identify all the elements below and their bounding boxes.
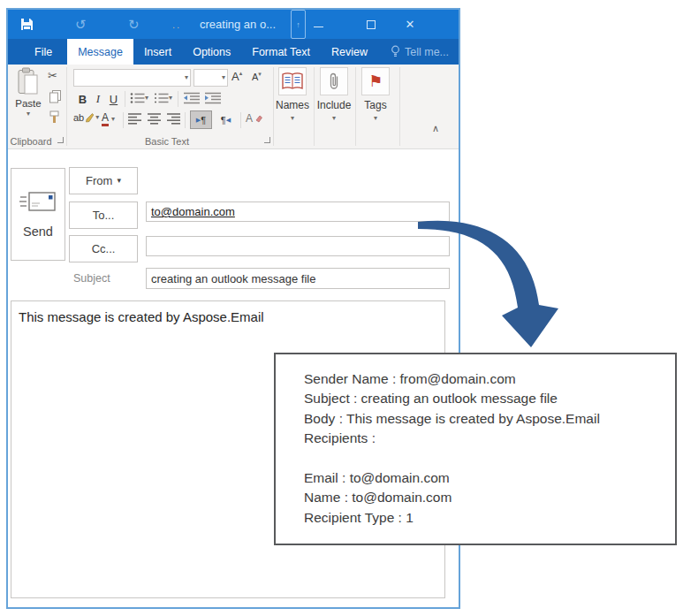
ribbon-tabs: File Message Insert Options Format Text … — [8, 39, 459, 65]
undo-icon[interactable]: ↺ — [75, 10, 87, 39]
tags-button[interactable]: ⚑ Tags ▾ — [356, 67, 395, 122]
subject-input[interactable]: creating an outlook message file — [146, 268, 450, 289]
group-separator — [399, 67, 400, 146]
redo-icon[interactable]: ↻ — [128, 10, 140, 39]
mini-separator — [123, 112, 124, 128]
callout-blank-line — [304, 449, 668, 468]
names-dropdown-icon: ▾ — [291, 115, 294, 122]
tab-file[interactable]: File — [19, 39, 67, 65]
decrease-indent-button[interactable] — [183, 92, 201, 104]
align-center-icon — [148, 113, 162, 125]
paste-button[interactable]: Paste ▾ — [10, 67, 47, 118]
cc-button[interactable]: Cc... — [69, 235, 138, 262]
from-dropdown-icon: ▾ — [117, 177, 121, 185]
callout-name-line: Name : to@domain.com — [304, 488, 668, 507]
highlight-button[interactable]: ab ▾ — [73, 112, 99, 123]
shrink-font-button[interactable]: A▾ — [252, 72, 262, 82]
numbering-button[interactable]: ▾ — [154, 92, 172, 104]
paste-dropdown-icon: ▾ — [27, 110, 30, 118]
include-dropdown-icon: ▾ — [332, 115, 336, 122]
align-left-button[interactable] — [128, 113, 142, 125]
tab-options[interactable]: Options — [182, 39, 241, 65]
include-button[interactable]: Include ▾ — [313, 67, 355, 122]
cc-label: Cc... — [92, 242, 116, 255]
titlebar: ↺ ↻ .. creating an o... ↑ ✕ — [8, 10, 459, 39]
clear-formatting-button[interactable]: A — [246, 112, 262, 125]
chevron-down-icon: ▾ — [95, 114, 99, 121]
font-name-combobox[interactable]: ▾ — [73, 69, 191, 87]
send-button[interactable]: Send — [11, 168, 65, 261]
message-properties-callout: Sender Name : from@domain.com Subject : … — [274, 353, 677, 545]
tell-me-box[interactable]: Tell me... — [380, 39, 459, 65]
tell-me-label: Tell me... — [405, 46, 449, 58]
tags-label: Tags — [364, 99, 386, 111]
chevron-down-icon: ▾ — [169, 95, 172, 102]
callout-recipients-line: Recipients : — [304, 429, 668, 448]
clipboard-dialog-launcher-icon[interactable] — [57, 137, 64, 143]
minimize-button[interactable] — [305, 10, 331, 39]
maximize-icon — [367, 20, 376, 29]
to-recipient[interactable]: to@domain.com — [151, 205, 235, 218]
collapse-ribbon-icon[interactable]: ∧ — [432, 123, 439, 134]
grow-font-label: A — [231, 70, 239, 83]
up-caret-icon: ▴ — [239, 70, 243, 76]
tab-format-text[interactable]: Format Text — [241, 39, 321, 65]
rtl-arrow-icon: ◀ — [226, 117, 231, 124]
chevron-down-icon: ▾ — [111, 116, 115, 123]
callout-recipient-type-line: Recipient Type : 1 — [304, 508, 668, 528]
decrease-indent-icon — [183, 92, 201, 104]
down-caret-icon: ▾ — [258, 71, 262, 77]
tags-dropdown-icon: ▾ — [374, 115, 377, 122]
bold-button[interactable]: B — [75, 90, 90, 108]
mini-separator — [240, 112, 241, 128]
quick-access-overflow-icon[interactable]: .. — [172, 10, 181, 39]
subject-value: creating an outlook message file — [151, 272, 315, 285]
basic-text-group-label: Basic Text — [73, 136, 261, 147]
maximize-button[interactable] — [358, 10, 384, 39]
names-label: Names — [276, 99, 309, 111]
message-body-text: This message is created by Aspose.Email — [19, 309, 264, 324]
mini-separator — [178, 91, 178, 107]
font-color-label: A — [102, 112, 109, 126]
highlight-label: ab — [73, 112, 84, 123]
paste-label: Paste — [15, 98, 41, 109]
clipboard-icon — [18, 67, 39, 95]
clipboard-group-label: Clipboard — [8, 136, 54, 147]
callout-email-line: Email : to@domain.com — [304, 468, 668, 488]
font-color-button[interactable]: A ▾ — [102, 112, 115, 126]
underline-button[interactable]: U — [106, 90, 121, 108]
increase-indent-button[interactable] — [204, 92, 222, 104]
tab-message[interactable]: Message — [67, 39, 133, 65]
chevron-down-icon: ▾ — [222, 74, 225, 81]
align-right-icon — [167, 113, 181, 125]
names-button[interactable]: Names ▾ — [271, 67, 314, 122]
from-button[interactable]: From ▾ — [69, 167, 138, 194]
lightbulb-icon — [391, 45, 400, 58]
increase-indent-icon — [204, 92, 222, 104]
ribbon-display-options-icon[interactable]: ↑ — [291, 10, 306, 39]
close-button[interactable]: ✕ — [397, 10, 423, 39]
basic-text-dialog-launcher-icon[interactable] — [264, 137, 270, 143]
italic-button[interactable]: I — [92, 90, 104, 108]
shrink-font-label: A — [252, 72, 258, 82]
ltr-paragraph-button[interactable]: ▶¶ — [190, 110, 212, 129]
cut-icon[interactable]: ✂ — [48, 69, 57, 82]
bullets-button[interactable]: ▾ — [130, 92, 148, 104]
rtl-paragraph-button[interactable]: ¶◀ — [215, 110, 237, 129]
tab-review[interactable]: Review — [321, 39, 378, 65]
from-label: From — [86, 174, 112, 187]
paperclip-icon — [329, 72, 339, 91]
font-size-combobox[interactable]: ▾ — [194, 69, 228, 87]
save-icon[interactable] — [20, 10, 34, 39]
copy-icon[interactable] — [49, 90, 62, 105]
format-painter-icon[interactable] — [49, 110, 60, 126]
cc-input[interactable] — [146, 236, 450, 256]
to-button[interactable]: To... — [69, 202, 138, 229]
to-input[interactable]: to@domain.com — [146, 202, 450, 222]
mini-separator — [125, 91, 125, 107]
grow-font-button[interactable]: A▴ — [231, 70, 242, 83]
flag-icon: ⚑ — [368, 73, 383, 89]
align-right-button[interactable] — [167, 113, 181, 125]
align-center-button[interactable] — [148, 113, 162, 125]
tab-insert[interactable]: Insert — [133, 39, 182, 65]
